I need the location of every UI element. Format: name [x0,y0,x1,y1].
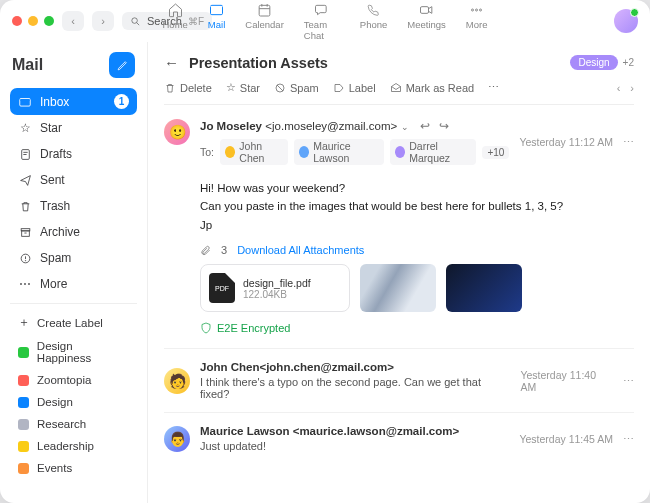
thread-tag-extra[interactable]: +2 [623,57,634,68]
label-zoomtopia[interactable]: Zoomtopia [10,369,137,391]
sidebar-item-spam[interactable]: Spam [10,245,137,271]
toolbar-more-button[interactable]: ⋯ [488,81,499,94]
close-window[interactable] [12,16,22,26]
next-thread-button[interactable]: › [630,82,634,94]
svg-point-10 [480,9,482,11]
download-all-link[interactable]: Download All Attachments [237,244,364,256]
minimize-window[interactable] [28,16,38,26]
label-leadership[interactable]: Leadership [10,435,137,457]
spam-icon [274,82,286,94]
svg-line-1 [137,22,140,25]
svg-rect-2 [211,5,223,14]
delete-button[interactable]: Delete [164,82,212,94]
from-name: Jo Moseley [200,120,262,132]
reply-button[interactable]: ↩ [420,119,430,133]
phone-icon [366,2,382,18]
avatar-jo: 🙂 [164,119,190,145]
timestamp: Yesterday 11:12 AM [519,136,613,148]
nav-back-button[interactable]: ‹ [62,11,84,31]
tab-meetings[interactable]: Meetings [407,2,446,41]
mark-read-button[interactable]: Mark as Read [390,82,474,94]
mail-open-icon [390,82,402,94]
file-name: design_file.pdf [243,277,311,289]
spam-button[interactable]: Spam [274,82,319,94]
compose-button[interactable] [109,52,135,78]
back-button[interactable]: ← [164,54,179,71]
message-2[interactable]: 🧑 John Chen<john.chen@zmail.com> I think… [164,349,634,413]
sidebar-item-inbox[interactable]: Inbox 1 [10,88,137,115]
recipient-chip[interactable]: Darrel Marquez [390,139,477,165]
svg-rect-11 [20,98,31,106]
sidebar-item-sent[interactable]: Sent [10,167,137,193]
file-size: 122.04KB [243,289,311,300]
thread-toolbar: Delete ☆Star Spam Label Mark as Read ⋯ ‹… [164,79,634,105]
avatar-john: 🧑 [164,368,190,394]
label-icon [333,82,345,94]
create-label-button[interactable]: ＋Create Label [10,310,137,335]
sidebar-item-drafts[interactable]: Drafts [10,141,137,167]
tab-calendar[interactable]: Calendar [245,2,284,41]
sidebar-item-star[interactable]: ☆Star [10,115,137,141]
spam-icon [18,252,32,265]
label-button[interactable]: Label [333,82,376,94]
tab-home[interactable]: Home [163,2,188,41]
prev-thread-button[interactable]: ‹ [617,82,621,94]
message-menu-button[interactable]: ⋯ [623,375,634,387]
attachment-file[interactable]: PDF design_file.pdf 122.04KB [200,264,350,312]
search-icon [130,16,141,27]
sidebar-item-more[interactable]: ⋯More [10,271,137,297]
tab-more[interactable]: More [466,2,488,41]
star-button[interactable]: ☆Star [226,81,260,94]
pdf-icon: PDF [209,273,235,303]
profile-avatar[interactable] [614,9,638,33]
draft-icon [18,148,32,161]
sidebar-item-archive[interactable]: Archive [10,219,137,245]
recipient-chip[interactable]: John Chen [220,139,288,165]
sidebar-item-trash[interactable]: Trash [10,193,137,219]
recipient-chip[interactable]: Maurice Lawson [294,139,384,165]
tab-phone[interactable]: Phone [360,2,387,41]
video-icon [419,2,435,18]
timestamp: Yesterday 11:45 AM [519,433,613,445]
label-design[interactable]: Design [10,391,137,413]
svg-point-9 [476,9,478,11]
mail-icon [209,2,225,18]
tab-mail[interactable]: Mail [208,2,225,41]
pencil-icon [116,59,129,72]
shield-icon [200,322,212,334]
label-design-happiness[interactable]: Design Happiness [10,335,137,369]
expand-details-button[interactable]: ⌄ [401,122,409,132]
message-menu-button[interactable]: ⋯ [623,433,634,445]
titlebar: ‹ › Search ⌘F Home Mail Calendar Team Ch… [0,0,650,42]
attachment-image-1[interactable] [360,264,436,312]
trash-icon [18,200,32,213]
recipients-more[interactable]: +10 [482,146,509,159]
home-icon [167,2,183,18]
traffic-lights [12,16,54,26]
star-icon: ☆ [18,121,32,135]
message-body: Hi! How was your weekend? Can you paste … [200,179,634,234]
forward-button[interactable]: ↪ [439,119,449,133]
encryption-badge: E2E Encrypted [200,322,634,334]
chat-icon [314,2,330,18]
label-events[interactable]: Events [10,457,137,479]
nav-forward-button[interactable]: › [92,11,114,31]
preview-text: I think there's a typo on the second pag… [200,376,510,400]
label-research[interactable]: Research [10,413,137,435]
thread-tag[interactable]: Design [570,55,617,70]
maximize-window[interactable] [44,16,54,26]
inbox-icon [18,95,32,109]
svg-point-8 [472,9,474,11]
attachment-count: 3 [221,244,227,256]
timestamp: Yesterday 11:40 AM [520,369,613,393]
paperclip-icon [200,245,211,256]
message-3[interactable]: 👨 Maurice Lawson <maurice.lawson@zmail.c… [164,413,634,464]
trash-icon [164,82,176,94]
from-line: Maurice Lawson <maurice.lawson@zmail.com… [200,425,459,437]
sent-icon [18,174,32,187]
message-menu-button[interactable]: ⋯ [623,136,634,148]
tab-teamchat[interactable]: Team Chat [304,2,340,41]
app-tabs: Home Mail Calendar Team Chat Phone Meeti… [163,2,488,41]
attachment-image-2[interactable] [446,264,522,312]
to-label: To: [200,146,214,158]
